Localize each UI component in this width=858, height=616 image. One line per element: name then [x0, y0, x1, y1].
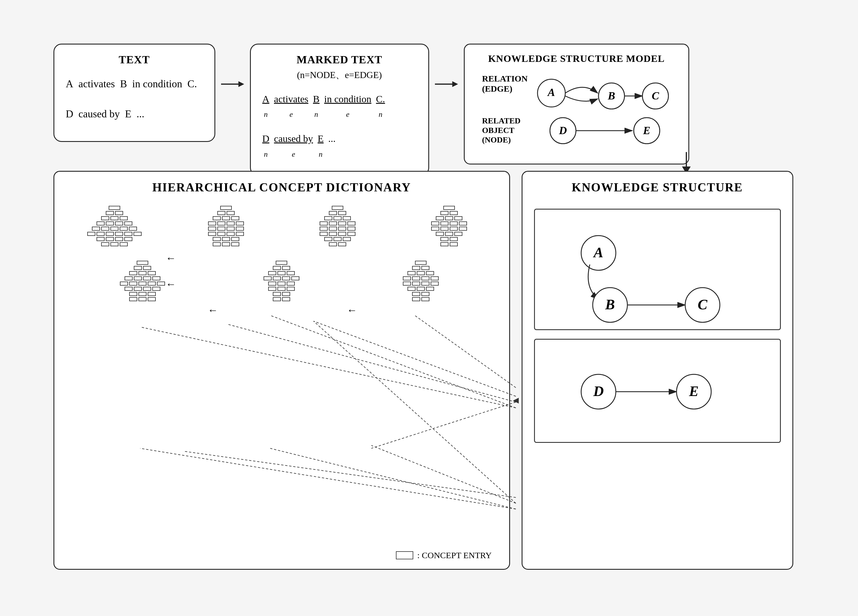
marked-word-d-text: D: [263, 130, 270, 148]
svg-text:B: B: [608, 90, 615, 102]
marked-word-e-text: E: [318, 130, 324, 148]
ks-diagram-1: A B C: [541, 215, 778, 325]
marked-word-activates-text: activates: [274, 90, 308, 108]
knowledge-model-box: KNOWLEDGE STRUCTURE MODEL RELATION (EDGE…: [464, 44, 689, 165]
marked-word-ellipsis-text: ...: [328, 130, 336, 148]
marked-word-incondition-tag: e: [346, 108, 350, 121]
svg-text:C: C: [698, 296, 707, 313]
text-word-a: A: [66, 75, 73, 93]
marked-word-activates-tag: e: [289, 108, 293, 121]
marked-line-2: D n caused by e E n ...: [263, 130, 417, 161]
marked-word-a-tag: n: [264, 108, 267, 121]
marked-word-incondition-text: in condition: [324, 90, 371, 108]
tree-top-grid: ← ←: [60, 206, 504, 246]
hcd-box: HIERARCHICAL CONCEPT DICTIONARY: [53, 171, 510, 570]
marked-word-activates: activates e: [274, 90, 308, 121]
km-content: RELATION (EDGE) A B C: [476, 67, 677, 155]
legend-text: : CONCEPT ENTRY: [417, 551, 492, 560]
svg-text:RELATED: RELATED: [482, 116, 521, 125]
marked-word-e: E n: [318, 130, 324, 161]
marked-word-c: C. n: [376, 90, 385, 121]
marked-word-c-text: C.: [376, 90, 385, 108]
ks-title: KNOWLEDGE STRUCTURE: [528, 180, 786, 194]
marked-word-incondition: in condition e: [324, 90, 371, 121]
svg-text:C: C: [652, 90, 659, 102]
legend-box: [396, 551, 413, 559]
text-word-c: C.: [187, 75, 197, 93]
ks-box: KNOWLEDGE STRUCTURE A B C: [522, 171, 793, 570]
svg-text:(EDGE): (EDGE): [482, 84, 512, 94]
marked-word-a: A n: [263, 90, 270, 121]
right-arrow-1: [221, 81, 244, 87]
bottom-row: HIERARCHICAL CONCEPT DICTIONARY: [53, 171, 805, 570]
marked-word-b-tag: n: [314, 108, 318, 121]
tree-1: [63, 206, 166, 246]
svg-text:D: D: [593, 383, 603, 399]
marked-word-b: B n: [313, 90, 320, 121]
arrow-text-to-marked: [215, 81, 250, 87]
right-arrow-2: [435, 81, 458, 87]
text-line-2: D caused by E ...: [66, 105, 203, 123]
marked-word-ellipsis2: ...: [328, 130, 336, 161]
svg-text:E: E: [689, 383, 698, 399]
text-word-d: D: [66, 105, 73, 123]
svg-text:OBJECT: OBJECT: [482, 126, 514, 135]
tree-4: [398, 206, 500, 246]
marked-word-a-text: A: [263, 90, 270, 108]
marked-word-c-tag: n: [379, 108, 382, 121]
ks-inner-2: D E: [534, 339, 781, 443]
marked-word-causedby-text: caused by: [274, 130, 313, 148]
text-word-b: B: [120, 75, 127, 93]
marked-text-subtitle: (n=NODE、e=EDGE): [263, 69, 417, 81]
svg-text:B: B: [605, 296, 615, 313]
text-word-incondition: in condition: [132, 75, 182, 93]
tree-6: ←: [216, 261, 347, 301]
marked-word-d: D n: [263, 130, 270, 161]
tree-5: [78, 261, 208, 301]
arrow-marked-to-km: [429, 81, 464, 87]
text-word-causedby: caused by: [79, 105, 120, 123]
tree-7: ←: [356, 261, 486, 301]
km-title: KNOWLEDGE STRUCTURE MODEL: [476, 53, 677, 64]
marked-word-causedby: caused by e: [274, 130, 313, 161]
text-word-e: E: [125, 105, 131, 123]
marked-word-d-tag: n: [264, 148, 267, 161]
marked-word-e-tag: n: [319, 148, 323, 161]
marked-word-causedby-tag: e: [292, 148, 295, 161]
tree-bottom-grid: ← ←: [60, 261, 504, 301]
text-box-content: A activates B in condition C. D caused b…: [66, 75, 203, 124]
marked-text-box: MARKED TEXT (n=NODE、e=EDGE) A n activate…: [250, 44, 429, 176]
svg-text:A: A: [547, 86, 555, 98]
text-box: TEXT A activates B in condition C. D cau…: [53, 44, 215, 142]
tree-3: [286, 206, 389, 246]
tree-2: ← ←: [174, 206, 277, 246]
ks-diagram-2: D E: [541, 345, 778, 438]
main-container: TEXT A activates B in condition C. D cau…: [39, 26, 819, 590]
ks-inner-1: A B C: [534, 209, 781, 330]
svg-text:RELATION: RELATION: [482, 74, 528, 83]
svg-text:A: A: [593, 244, 603, 260]
hcd-title: HIERARCHICAL CONCEPT DICTIONARY: [60, 180, 504, 194]
km-diagram: RELATION (EDGE) A B C: [476, 67, 690, 154]
text-word-ellipsis: ...: [137, 105, 144, 123]
text-line-1: A activates B in condition C.: [66, 75, 203, 93]
marked-line-1: A n activates e B n in condition e: [263, 90, 417, 121]
legend: : CONCEPT ENTRY: [396, 551, 492, 560]
svg-text:(NODE): (NODE): [482, 135, 511, 144]
text-box-title: TEXT: [66, 53, 203, 66]
svg-text:D: D: [559, 124, 567, 137]
text-word-activates: activates: [79, 75, 115, 93]
svg-text:E: E: [643, 124, 650, 137]
marked-text-title: MARKED TEXT: [263, 53, 417, 66]
marked-word-b-text: B: [313, 90, 320, 108]
marked-text-content: A n activates e B n in condition e: [263, 90, 417, 161]
